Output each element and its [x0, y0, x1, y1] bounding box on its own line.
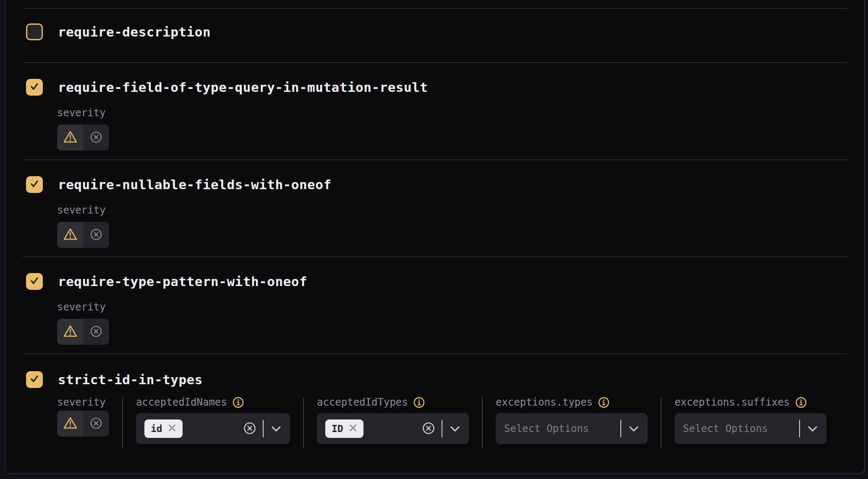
acceptedIdTypes-select[interactable]: ID	[317, 413, 469, 444]
remove-tag-icon[interactable]	[349, 424, 357, 434]
severity-label: severity	[57, 396, 106, 408]
info-icon[interactable]	[233, 397, 244, 408]
circle-x-icon	[90, 325, 102, 339]
severity-warn-button[interactable]	[57, 222, 83, 248]
severity-warn-button[interactable]	[57, 125, 83, 151]
exceptions-types-label: exceptions.types	[496, 396, 593, 408]
value-tag: ID	[325, 419, 363, 438]
severity-label: severity	[57, 301, 847, 313]
rule-name: require-description	[58, 24, 211, 39]
circle-x-clear-icon	[422, 422, 435, 436]
warning-triangle-icon	[63, 417, 78, 431]
severity-warn-button[interactable]	[57, 319, 83, 345]
severity-off-button[interactable]	[83, 222, 109, 248]
rule-row-strict-id-in-types: strict-id-in-types severity	[23, 354, 847, 473]
circle-x-icon	[90, 131, 102, 145]
severity-toggle-group	[57, 125, 109, 151]
circle-x-icon	[90, 417, 102, 431]
panel-top-spacer	[23, 0, 847, 8]
severity-toggle-group	[57, 222, 109, 248]
severity-off-button[interactable]	[83, 411, 109, 437]
clear-selection-button[interactable]	[422, 422, 435, 436]
severity-field: severity	[57, 397, 109, 437]
severity-toggle-group	[57, 319, 109, 345]
remove-tag-icon[interactable]	[168, 424, 176, 434]
acceptedIdTypes-label: acceptedIdTypes	[317, 396, 408, 408]
acceptedIdNames-select[interactable]: id	[136, 413, 290, 444]
rule-row-require-type-pattern-with-oneof: require-type-pattern-with-oneof severity	[23, 256, 847, 354]
warning-triangle-icon	[63, 228, 78, 242]
chevron-down-icon[interactable]	[808, 426, 817, 432]
rule-name: require-nullable-fields-with-oneof	[58, 177, 332, 192]
select-separator	[442, 420, 442, 437]
circle-x-icon	[90, 228, 102, 242]
info-icon[interactable]	[598, 397, 609, 408]
severity-warn-button[interactable]	[57, 411, 83, 437]
exceptions-suffixes-field: exceptions.suffixes Select Options	[675, 397, 826, 444]
rule-row-require-nullable-fields-with-oneof: require-nullable-fields-with-oneof sever…	[23, 159, 847, 256]
check-icon	[29, 275, 40, 288]
rules-panel: require-description require-field-of-typ…	[5, 0, 865, 474]
rule-name: strict-id-in-types	[58, 372, 203, 387]
field-divider	[303, 397, 304, 448]
circle-x-clear-icon	[243, 422, 256, 436]
select-placeholder: Select Options	[683, 423, 799, 435]
select-separator	[263, 420, 264, 437]
acceptedIdNames-label: acceptedIdNames	[136, 396, 227, 408]
check-icon	[29, 178, 40, 191]
rule-enabled-checkbox[interactable]	[26, 273, 43, 290]
value-tag: id	[144, 419, 183, 438]
exceptions-suffixes-select[interactable]: Select Options	[675, 413, 826, 444]
rule-name: require-field-of-type-query-in-mutation-…	[58, 80, 428, 95]
rule-enabled-checkbox[interactable]	[26, 79, 43, 96]
info-icon[interactable]	[795, 397, 807, 408]
field-divider	[122, 397, 123, 448]
exceptions-types-field: exceptions.types Select Options	[496, 397, 648, 444]
rule-name: require-type-pattern-with-oneof	[58, 274, 307, 289]
warning-triangle-icon	[63, 130, 78, 145]
exceptions-types-select[interactable]: Select Options	[496, 413, 648, 444]
severity-off-button[interactable]	[83, 125, 109, 151]
info-icon[interactable]	[413, 397, 425, 408]
rule-config-row: severity	[23, 397, 847, 448]
field-divider	[661, 397, 661, 448]
rule-row-require-description: require-description	[23, 8, 847, 62]
severity-label: severity	[57, 204, 847, 216]
severity-toggle-group	[57, 411, 109, 437]
rule-row-require-field-of-type-query-in-mutation-result: require-field-of-type-query-in-mutation-…	[23, 62, 847, 159]
select-separator	[620, 420, 621, 437]
severity-off-button[interactable]	[83, 319, 109, 345]
warning-triangle-icon	[63, 325, 78, 339]
check-icon	[29, 373, 40, 386]
tag-label: ID	[332, 423, 343, 434]
acceptedIdNames-field: acceptedIdNames id	[136, 397, 290, 444]
exceptions-suffixes-label: exceptions.suffixes	[675, 396, 790, 408]
chevron-down-icon[interactable]	[450, 426, 460, 432]
severity-label: severity	[57, 107, 847, 119]
clear-selection-button[interactable]	[243, 422, 256, 436]
tag-label: id	[151, 423, 162, 434]
field-divider	[482, 397, 483, 448]
rule-enabled-checkbox[interactable]	[26, 371, 43, 388]
select-separator	[799, 420, 800, 437]
chevron-down-icon[interactable]	[272, 426, 281, 432]
chevron-down-icon[interactable]	[629, 426, 638, 432]
rule-enabled-checkbox[interactable]	[26, 176, 43, 193]
rule-enabled-checkbox[interactable]	[26, 23, 43, 40]
select-placeholder: Select Options	[504, 423, 620, 435]
acceptedIdTypes-field: acceptedIdTypes ID	[317, 397, 469, 444]
check-icon	[29, 81, 40, 94]
